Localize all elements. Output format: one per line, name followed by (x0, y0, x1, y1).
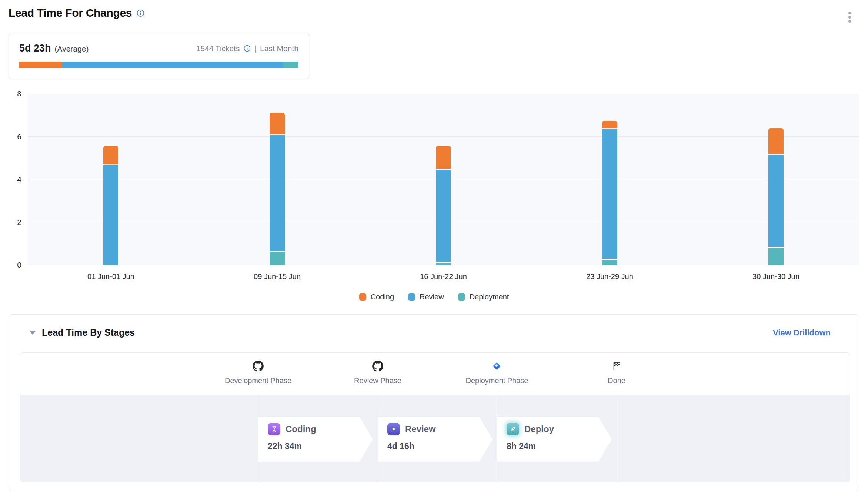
bar-segment-coding[interactable] (768, 128, 784, 154)
phase-label: Development Phase (225, 376, 291, 385)
bar-segment-coding[interactable] (103, 146, 118, 164)
stage-label: Review (405, 424, 436, 434)
separator: | (254, 44, 256, 53)
stacked-bar-3[interactable] (436, 146, 451, 265)
stacked-bar-5[interactable] (768, 128, 784, 265)
info-icon[interactable] (137, 9, 144, 17)
category-label: 23 Jun-29 Jun (527, 272, 693, 281)
stacked-bar-1[interactable] (103, 146, 118, 265)
summary-card: 5d 23h (Average) 1544 Tickets | Last Mon… (9, 33, 309, 79)
legend-label: Review (420, 293, 444, 301)
bar-segment-deployment[interactable] (602, 260, 617, 265)
checkered-flag-icon (612, 360, 621, 372)
stages-section-title: Lead Time By Stages (42, 327, 135, 338)
bar-slot (194, 94, 360, 265)
period-label: Last Month (260, 44, 298, 53)
bar-slots (28, 94, 859, 265)
stage-label: Deploy (524, 424, 554, 434)
github-icon (372, 360, 383, 372)
category-label: 16 Jun-22 Jun (360, 272, 527, 281)
kebab-menu-button[interactable] (847, 10, 852, 24)
y-tick-label: 8 (0, 89, 21, 98)
phase-label: Review Phase (354, 376, 401, 385)
summary-progress-segment-deployment (283, 62, 298, 68)
average-label: (Average) (55, 44, 89, 53)
kebab-dot (848, 20, 851, 23)
average-lead-time-value: 5d 23h (19, 43, 51, 54)
phase-header-row: Development Phase Review Phase (20, 353, 850, 395)
kebab-dot (848, 16, 851, 19)
bar-segment-review[interactable] (103, 165, 118, 265)
stage-card-deploy: Deploy 8h 24m (497, 417, 612, 462)
collapse-chevron-icon[interactable] (29, 331, 36, 335)
stage-label: Coding (286, 424, 316, 434)
stacked-bar-4[interactable] (602, 121, 617, 265)
bar-segment-review[interactable] (602, 129, 617, 259)
bar-slot (28, 94, 194, 265)
bar-slot (693, 94, 859, 265)
legend-swatch (458, 293, 465, 301)
phase-label: Done (608, 376, 625, 385)
chart-legend: CodingReviewDeployment (0, 293, 868, 301)
column-divider (617, 395, 617, 482)
rocket-icon (507, 423, 519, 435)
stage-card-coding: Coding 22h 34m (258, 417, 373, 462)
phase-marker-deployment: Deployment Phase (466, 360, 528, 385)
category-label: 09 Jun-15 Jun (194, 272, 360, 281)
phase-marker-review: Review Phase (354, 360, 401, 385)
stage-duration: 4d 16h (387, 441, 493, 451)
stages-header: Lead Time By Stages View Drilldown (29, 327, 831, 338)
chart-y-axis: 02468 (0, 94, 21, 265)
category-label: 30 Jun-30 Jun (693, 272, 859, 281)
bar-segment-review[interactable] (436, 170, 451, 262)
y-tick-label: 2 (0, 218, 21, 227)
stages-panel: Development Phase Review Phase (20, 352, 850, 482)
phase-label: Deployment Phase (466, 376, 528, 385)
bar-segment-deployment[interactable] (768, 248, 784, 265)
bar-segment-coding[interactable] (602, 121, 617, 128)
bar-segment-review[interactable] (270, 135, 285, 251)
bar-slot (527, 94, 693, 265)
stage-duration: 22h 34m (268, 441, 373, 451)
legend-label: Deployment (470, 293, 509, 301)
legend-label: Coding (371, 293, 394, 301)
summary-progress-segment-review (62, 62, 283, 68)
chart-x-labels: 01 Jun-01 Jun09 Jun-15 Jun16 Jun-22 Jun2… (28, 272, 859, 281)
legend-item-coding[interactable]: Coding (359, 293, 394, 301)
bar-segment-review[interactable] (768, 155, 784, 247)
legend-item-deployment[interactable]: Deployment (458, 293, 509, 301)
hourglass-icon (268, 423, 280, 435)
page-title: Lead Time For Changes (9, 7, 132, 19)
summary-progress-bar (19, 62, 298, 68)
lead-time-by-stages-card: Lead Time By Stages View Drilldown Devel… (9, 314, 859, 491)
bar-segment-deployment[interactable] (436, 263, 451, 265)
view-drilldown-link[interactable]: View Drilldown (773, 328, 831, 338)
y-tick-label: 4 (0, 175, 21, 184)
bar-slot (360, 94, 527, 265)
stages-body: Coding 22h 34m Review 4d 16h (20, 395, 850, 482)
summary-progress-segment-coding (19, 62, 62, 68)
y-tick-label: 6 (0, 132, 21, 141)
github-icon (253, 360, 264, 372)
stage-card-review: Review 4d 16h (378, 417, 493, 462)
bar-segment-deployment[interactable] (270, 252, 285, 265)
legend-swatch (408, 293, 415, 301)
bar-segment-coding[interactable] (436, 146, 451, 169)
info-icon[interactable] (244, 45, 251, 52)
kebab-dot (848, 12, 851, 14)
stacked-bar-2[interactable] (270, 113, 285, 265)
phase-marker-done: Done (608, 360, 625, 385)
legend-item-review[interactable]: Review (408, 293, 444, 301)
legend-swatch (359, 293, 366, 301)
y-tick-label: 0 (0, 261, 21, 269)
page-header: Lead Time For Changes (9, 7, 144, 19)
tickets-count: 1544 Tickets (196, 44, 240, 53)
bar-segment-coding[interactable] (270, 113, 285, 134)
code-review-icon (387, 423, 400, 435)
jira-diamond-icon (492, 360, 502, 372)
chart-plot (28, 94, 859, 265)
stage-duration: 8h 24m (507, 441, 612, 451)
category-label: 01 Jun-01 Jun (28, 272, 194, 281)
phase-marker-development: Development Phase (225, 360, 291, 385)
